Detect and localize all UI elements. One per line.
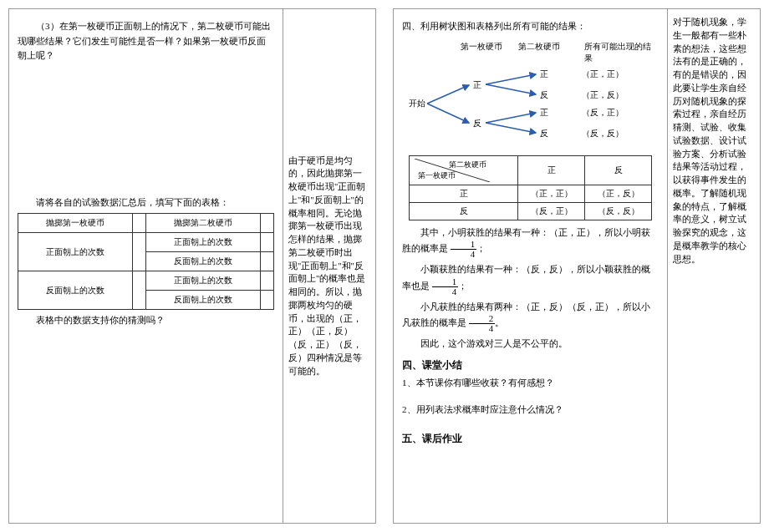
table-header-1: 抛掷第一枚硬币 bbox=[18, 214, 133, 233]
svg-line-9 bbox=[486, 113, 536, 123]
right-main-column: 四、利用树状图和表格列出所有可能的结果： 第一枚硬币 第二枚硬币 所有可能出现的… bbox=[394, 9, 668, 523]
q4-1: 1、本节课你有哪些收获？有何感想？ bbox=[402, 376, 659, 391]
svg-line-5 bbox=[486, 74, 536, 84]
section-5-title: 五、课后作业 bbox=[402, 432, 659, 446]
svg-line-6 bbox=[486, 84, 536, 94]
svg-text:正: 正 bbox=[473, 80, 481, 89]
prob-ying: 小颖获胜的结果有一种：（反，反），所以小颖获胜的概率也是 14； bbox=[402, 262, 659, 296]
conclusion: 因此，这个游戏对三人是不公平的。 bbox=[402, 337, 659, 352]
tree-title: 四、利用树状图和表格列出所有可能的结果： bbox=[402, 19, 659, 34]
question-3: （3）在第一枚硬币正面朝上的情况下，第二枚硬币可能出现哪些结果？它们发生可能性是… bbox=[18, 19, 274, 63]
prob-ming: 其中，小明获胜的结果有一种：（正，正），所以小明获胜的概率是 14； bbox=[402, 225, 659, 260]
q4-2: 2、用列表法求概率时应注意什么情况？ bbox=[402, 403, 659, 418]
table-header-2: 抛掷第二枚硬币 bbox=[145, 214, 260, 233]
fraction-2-4: 24 bbox=[469, 314, 496, 333]
row-fan-up: 反面朝上的次数 bbox=[18, 271, 133, 310]
svg-text:反: 反 bbox=[540, 90, 548, 99]
svg-text:（反，正）: （反，正） bbox=[582, 108, 624, 117]
tree-diagram: 第一枚硬币 第二枚硬币 所有可能出现的结果 开始 正 反 bbox=[402, 38, 659, 150]
experiment-data-table: 抛掷第一枚硬币 抛掷第二枚硬币 正面朝上的次数 正面朝上的次数 反面朝上的次数 … bbox=[18, 213, 274, 310]
svg-line-2 bbox=[427, 104, 469, 123]
section-4-title: 四、课堂小结 bbox=[402, 358, 659, 372]
svg-text:反: 反 bbox=[473, 119, 481, 128]
fraction-1-4: 14 bbox=[451, 240, 477, 259]
svg-line-1 bbox=[427, 85, 469, 104]
after-table-question: 表格中的数据支持你的猜测吗？ bbox=[18, 313, 274, 328]
right-side-note: 对于随机现象，学生一般都有一些朴素的想法，这些想法有的是正确的，有的是错误的，因… bbox=[668, 9, 760, 523]
svg-text:（正，反）: （正，反） bbox=[582, 90, 624, 99]
svg-text:开始: 开始 bbox=[409, 99, 425, 108]
svg-text:（正，正）: （正，正） bbox=[582, 69, 624, 79]
svg-text:反: 反 bbox=[540, 129, 548, 138]
right-page: 四、利用树状图和表格列出所有可能的结果： 第一枚硬币 第二枚硬币 所有可能出现的… bbox=[393, 8, 761, 524]
svg-line-10 bbox=[486, 123, 536, 133]
left-main-column: （3）在第一枚硬币正面朝上的情况下，第二枚硬币可能出现哪些结果？它们发生可能性是… bbox=[9, 9, 283, 523]
table-intro: 请将各自的试验数据汇总后，填写下面的表格： bbox=[18, 195, 274, 210]
svg-text:（反，反）: （反，反） bbox=[582, 129, 624, 138]
result-table: 第二枚硬币 第一枚硬币 正 反 正 （正，正） （正，反） 反 （反，正） （反… bbox=[409, 155, 653, 220]
left-page: （3）在第一枚硬币正面朝上的情况下，第二枚硬币可能出现哪些结果？它们发生可能性是… bbox=[8, 8, 376, 524]
left-side-note: 由于硬币是均匀的，因此抛掷第一枚硬币出现"正面朝上"和"反面朝上"的概率相同。无… bbox=[283, 9, 375, 523]
diagonal-header: 第二枚硬币 第一枚硬币 bbox=[415, 159, 490, 182]
prob-fan: 小凡获胜的结果有两种：（正，反）（反，正），所以小凡获胜的概率是 24。 bbox=[402, 300, 659, 334]
tree-svg: 开始 正 反 正 反 正 反 （正，正） （正，反） （反，正） bbox=[402, 64, 653, 144]
row-zheng-up: 正面朝上的次数 bbox=[18, 233, 133, 271]
svg-text:正: 正 bbox=[540, 108, 548, 117]
svg-text:正: 正 bbox=[540, 69, 548, 79]
fraction-1-4b: 14 bbox=[432, 277, 459, 296]
